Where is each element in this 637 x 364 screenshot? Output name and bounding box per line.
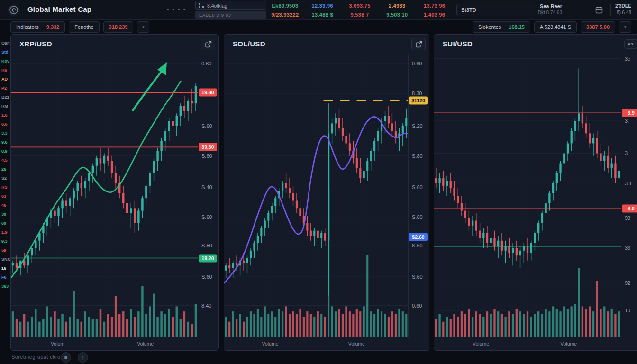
toolbar-button[interactable]: A 523.4841 S: [534, 21, 577, 33]
price-tick: S.80: [412, 214, 423, 220]
dropdown-caret[interactable]: ▼: [619, 21, 631, 33]
watchlist-ticker[interactable]: 4.5: [1, 156, 11, 165]
watchlist-ticker[interactable]: Std: [1, 48, 11, 57]
chart-plot[interactable]: [11, 54, 198, 337]
calendar-icon[interactable]: [593, 4, 605, 16]
toolbar-button-label: Slokentes: [478, 24, 501, 30]
watchlist-ticker[interactable]: 363: [1, 282, 11, 291]
dropdown-caret[interactable]: ▼: [137, 21, 149, 33]
price-tick: 3.: [625, 118, 629, 124]
watchlist-ticker[interactable]: 1.6: [1, 111, 11, 120]
time-axis-label: Volume: [473, 341, 489, 346]
qr-icon: [199, 3, 204, 8]
price-badge: $2.60: [409, 233, 428, 241]
footer: Soretinegrupat ckrom ≡↕: [0, 351, 637, 364]
time-axis: VolumeVolume: [224, 337, 408, 350]
topbar: Global Market Cap •••• 8.4otklag EABE0 D…: [0, 0, 637, 20]
watchlist-ticker[interactable]: B21: [1, 93, 11, 102]
chart-panel-sui-usd: SUI/USDV23c3.3.3.1933692103.98.0VolumeVo…: [434, 34, 637, 351]
trading-dashboard: Global Market Cap •••• 8.4otklag EABE0 D…: [0, 0, 637, 364]
watchlist-ticker[interactable]: 63: [1, 192, 11, 201]
watchlist-ticker[interactable]: 9.3: [1, 237, 11, 246]
page-title: Global Market Cap: [27, 5, 91, 13]
price-badge: 19.20: [199, 254, 217, 262]
watchlist-ticker[interactable]: 59: [1, 246, 11, 255]
app-logo-icon[interactable]: [8, 4, 20, 16]
price-tick: 3.: [625, 150, 629, 156]
account-summary: 2'3DEE 8) 6.48: [615, 3, 631, 16]
ticker-value: 13.73 96: [416, 1, 453, 10]
symbol-select[interactable]: St3TD: [456, 4, 543, 16]
watchlist-ticker[interactable]: 8.9: [1, 147, 11, 156]
chart-export-icon[interactable]: [201, 38, 215, 50]
price-tick: S.60: [412, 243, 423, 248]
watchlist-ticker[interactable]: Oan: [1, 39, 11, 48]
search-sub-label: EABE0 D 9 83: [195, 11, 266, 19]
toolbar-button[interactable]: Fenothe: [69, 21, 99, 33]
time-axis-label: Volume: [348, 341, 365, 346]
toolbar-button-label: A 523.4841 S: [540, 24, 571, 30]
watchlist-ticker[interactable]: 1.9: [1, 228, 11, 237]
watchlist-ticker[interactable]: S2: [1, 174, 11, 183]
chart-plot[interactable]: [224, 54, 408, 337]
chart-header: SOL/USD: [224, 35, 429, 54]
gridlines: [11, 54, 198, 337]
watchlist-ticker[interactable]: 16: [1, 264, 11, 273]
watchlist-ticker[interactable]: Kov: [1, 57, 11, 66]
toolbar-button[interactable]: Slokentes168.15: [473, 21, 530, 33]
watchlist-ticker[interactable]: 26: [1, 165, 11, 174]
time-axis-label: Volume: [262, 341, 278, 346]
gridlines: [434, 54, 621, 337]
price-badge: 19.80: [199, 89, 217, 97]
watchlist-ticker[interactable]: 46: [1, 201, 11, 210]
watchlist-ticker[interactable]: RM: [1, 102, 11, 111]
chart-settings-icon[interactable]: V2: [624, 39, 637, 49]
watchlist-ticker[interactable]: RS: [1, 183, 11, 192]
chart-header: XRP/USD: [11, 35, 218, 54]
watchlist-ticker[interactable]: AD: [1, 75, 11, 84]
watchlist-ticker[interactable]: 60: [1, 219, 11, 228]
chart-plot[interactable]: [434, 54, 621, 337]
price-tick: 8.30: [412, 91, 422, 96]
toolbar-button-value: 9.332: [46, 24, 60, 30]
watchlist-ticker[interactable]: 30: [1, 210, 11, 219]
chart-panel-sol-usd: SOL/USD0.608.30S.20S.80S.60S.80S.60S.600…: [224, 34, 429, 351]
price-tick: 3.1: [625, 181, 632, 186]
layers-icon[interactable]: ≡: [61, 352, 71, 363]
price-badge: 3.9: [622, 109, 637, 117]
sort-icon[interactable]: ↕: [78, 352, 88, 363]
watchlist-ticker[interactable]: R6: [1, 66, 11, 75]
watchlist-ticker[interactable]: P2: [1, 84, 11, 93]
price-tick: S.60: [201, 123, 212, 129]
price-axis: 0.608.30S.20S.80S.60S.80S.60S.600.60$112…: [408, 54, 429, 337]
chart-export-icon[interactable]: [411, 38, 426, 50]
toolbar-button[interactable]: 318 239: [103, 21, 134, 33]
gridlines: [224, 54, 408, 337]
time-axis-label: Volume: [560, 341, 577, 346]
ticker-value: 9.538 7: [341, 10, 379, 19]
topbar-divider: [610, 4, 611, 16]
price-tick: S.60: [412, 274, 423, 280]
time-axis: VolumVolume: [11, 337, 198, 350]
toolbar-button-label: Indicators: [16, 24, 39, 30]
ticker-value: Ek89.9503: [266, 1, 304, 10]
price-badge: 39.30: [199, 143, 217, 151]
price-tick: S.50: [201, 243, 212, 248]
search-input[interactable]: 8.4otklag: [195, 1, 266, 10]
watchlist-ticker[interactable]: F6: [1, 273, 11, 282]
watchlist-ticker[interactable]: SNX: [1, 255, 11, 264]
date-range-label: Sea Reer Dkt 8.74 63: [538, 3, 562, 16]
watchlist-ticker[interactable]: 9.6: [1, 138, 11, 147]
toolbar-button[interactable]: Indicators9.332: [10, 21, 65, 33]
toolbar-button[interactable]: 3387 5.00: [581, 21, 615, 33]
chart-panel-xrp-usd: XRP/USD0.60S.60S.60S.40S.60S.50S.608.401…: [10, 34, 219, 351]
search-text: 8.4otklag: [207, 3, 228, 9]
toolbar: Indicators9.332Fenothe318 239▼ Slokentes…: [0, 20, 637, 34]
price-badge: $1120: [409, 97, 428, 105]
watchlist-ticker[interactable]: 3.3: [1, 129, 11, 138]
overflow-menu-icon[interactable]: ••••: [167, 6, 189, 13]
toolbar-right-group: Slokentes168.15A 523.4841 S3387 5.00▼: [473, 21, 631, 33]
toolbar-button-value: 318 239: [109, 24, 128, 30]
watchlist-ticker[interactable]: 6.6: [1, 120, 11, 129]
ticker-value: 12.33.96: [304, 1, 341, 10]
